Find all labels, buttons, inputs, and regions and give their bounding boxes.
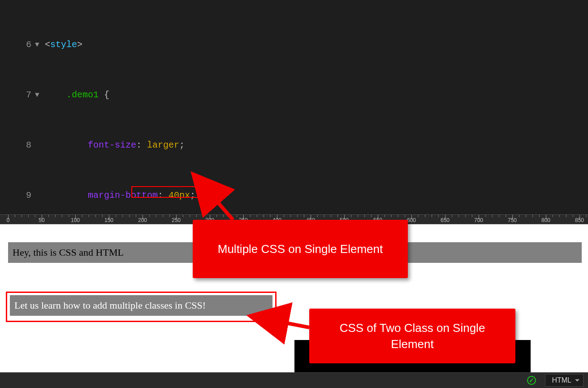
fold-icon[interactable]: ▼ (35, 89, 45, 101)
rendered-p2: Let us learn how to add multiple classes… (10, 295, 272, 316)
callout-1-text: Multiple CSS on Single Element (218, 241, 383, 257)
line-number: 8 (0, 139, 35, 152)
code-line[interactable]: 9 margin-bottom: 40px; (0, 189, 588, 202)
line-number: 9 (0, 189, 35, 202)
status-ok-icon: ✓ (527, 376, 536, 385)
status-bar: ✓ HTML (0, 372, 588, 388)
callout-2: CSS of Two Class on Single Element (309, 309, 515, 363)
code-line[interactable]: 7 ▼ .demo1 { (0, 89, 588, 101)
fold-icon[interactable]: ▼ (35, 39, 45, 51)
callout-2-text: CSS of Two Class on Single Element (317, 320, 507, 352)
callout-1: Multiple CSS on Single Element (193, 220, 408, 278)
code-line[interactable]: 6 ▼ <style> (0, 39, 588, 51)
line-number: 6 (0, 39, 35, 51)
code-line[interactable]: 8 font-size: larger; (0, 139, 588, 152)
code-editor[interactable]: 6 ▼ <style> 7 ▼ .demo1 { 8 font-size: la… (0, 0, 588, 214)
language-selector[interactable]: HTML (545, 374, 584, 387)
line-number: 7 (0, 89, 35, 101)
